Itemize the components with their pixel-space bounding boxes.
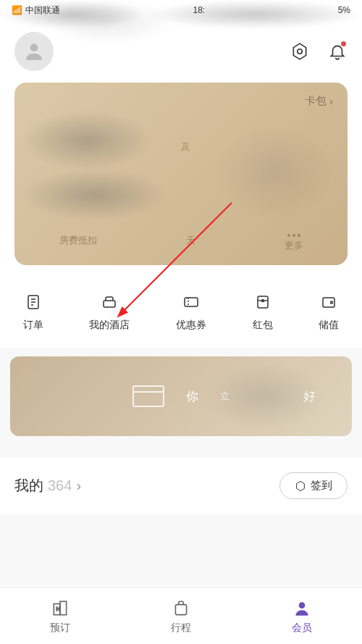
- chevron-right-icon: ›: [76, 477, 81, 494]
- menu-orders[interactable]: 订单: [23, 293, 43, 332]
- menu-stored-value[interactable]: 储值: [319, 293, 339, 332]
- svg-marker-14: [297, 481, 305, 490]
- svg-point-13: [331, 301, 333, 304]
- svg-point-0: [30, 43, 38, 51]
- svg-rect-16: [60, 601, 67, 614]
- card-and-char: 及: [181, 141, 190, 154]
- promo-banner[interactable]: 你 立 好: [10, 356, 352, 436]
- member-icon: [292, 598, 312, 619]
- notification-badge: [341, 41, 346, 46]
- card-more[interactable]: 更多: [285, 234, 303, 252]
- tab-trips[interactable]: 行程: [171, 598, 191, 635]
- signin-button[interactable]: 签到: [279, 472, 348, 499]
- carrier-label: 中国联通: [25, 4, 60, 17]
- tab-booking[interactable]: H 预订: [50, 598, 70, 635]
- booking-icon: H: [50, 598, 70, 619]
- coupon-icon: [182, 293, 201, 311]
- redpacket-icon: [253, 293, 272, 311]
- tab-member[interactable]: 会员: [292, 598, 312, 635]
- signin-icon: [295, 480, 306, 492]
- banner-text-2: 立: [220, 390, 230, 403]
- avatar[interactable]: [14, 32, 54, 71]
- svg-rect-18: [175, 604, 186, 614]
- banner-section: 你 立 好: [0, 348, 362, 445]
- notifications-icon[interactable]: [327, 41, 348, 62]
- menu-label: 储值: [319, 319, 339, 332]
- tab-label: 会员: [292, 622, 312, 635]
- hotel-icon: [100, 293, 119, 311]
- card-item-1[interactable]: 房费抵扣: [59, 234, 97, 252]
- membership-card-section: 卡包 › 及 房费抵扣 天 更多: [0, 83, 362, 280]
- wallet-icon: [319, 293, 338, 311]
- more-dots-icon: [287, 234, 300, 237]
- menu-label: 订单: [23, 319, 43, 332]
- tab-bar: H 预订 行程 会员: [0, 587, 362, 644]
- svg-marker-1: [293, 43, 306, 59]
- menu-coupons[interactable]: 优惠券: [176, 293, 206, 332]
- svg-rect-8: [185, 298, 198, 306]
- banner-text-3: 好: [303, 388, 316, 405]
- status-bar: 📶 中国联通 18: 5%: [0, 0, 362, 20]
- status-time: 18:: [193, 5, 205, 15]
- signal-icon: 📶: [12, 5, 22, 15]
- orders-icon: [24, 293, 43, 311]
- menu-label: 优惠券: [176, 319, 206, 332]
- wallet-link[interactable]: 卡包 ›: [305, 94, 333, 108]
- settings-icon[interactable]: [290, 41, 310, 62]
- banner-text-1: 你: [186, 388, 198, 405]
- card-icon: [132, 385, 164, 407]
- menu-label: 我的酒店: [89, 319, 130, 332]
- menu-redpacket[interactable]: 红包: [253, 293, 273, 332]
- chevron-right-icon: ›: [329, 95, 333, 107]
- menu-label: 红包: [253, 319, 273, 332]
- menu-my-hotel[interactable]: 我的酒店: [89, 293, 130, 332]
- svg-text:H: H: [56, 606, 60, 612]
- svg-point-19: [298, 602, 305, 609]
- points-section: 我的 364 › 签到: [0, 458, 362, 514]
- points-title[interactable]: 我的 364 ›: [14, 476, 81, 495]
- svg-rect-7: [104, 301, 115, 307]
- tab-label: 行程: [171, 622, 191, 635]
- profile-header: [0, 20, 362, 83]
- membership-card[interactable]: 卡包 › 及 房费抵扣 天 更多: [14, 83, 348, 265]
- tab-label: 预订: [50, 622, 70, 635]
- card-item-2[interactable]: 天: [186, 234, 195, 252]
- svg-point-2: [298, 49, 303, 54]
- quick-menu: 订单 我的酒店 优惠券 红包 储值: [0, 280, 362, 348]
- trips-icon: [171, 598, 191, 619]
- battery-label: 5%: [338, 5, 350, 15]
